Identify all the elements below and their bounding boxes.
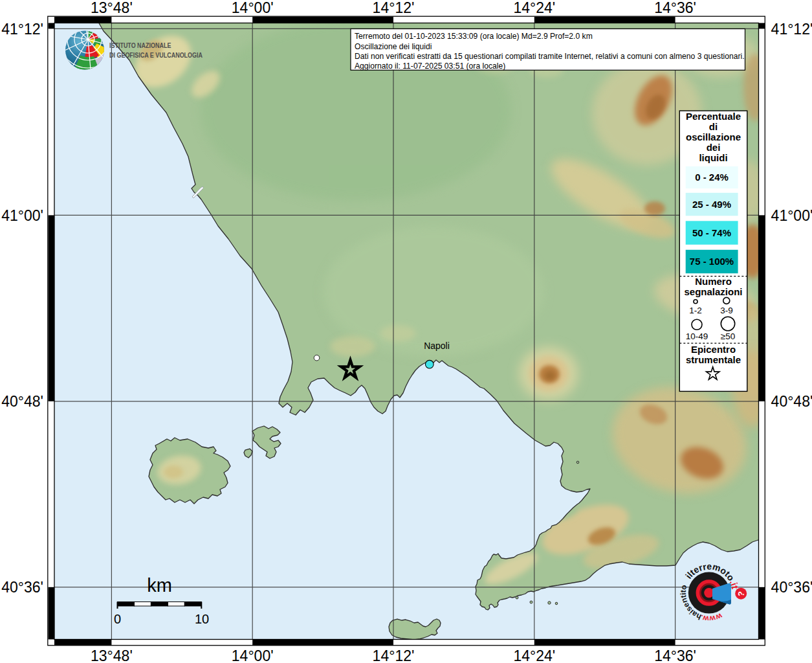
svg-text:Napoli: Napoli	[424, 341, 450, 351]
svg-text:oscillazione: oscillazione	[686, 131, 741, 142]
svg-text:14°36': 14°36'	[654, 647, 696, 663]
svg-text:25 - 49%: 25 - 49%	[692, 199, 731, 210]
svg-text:10: 10	[195, 612, 209, 626]
svg-text:14°00': 14°00'	[232, 0, 274, 16]
svg-text:Percentuale: Percentuale	[686, 111, 741, 122]
svg-text:liquidi: liquidi	[699, 152, 727, 163]
svg-text:40°48': 40°48'	[771, 393, 812, 410]
svg-text:14°00': 14°00'	[232, 647, 274, 663]
svg-text:14°36': 14°36'	[654, 0, 696, 16]
svg-text:10-49: 10-49	[686, 332, 708, 341]
svg-text:40°36': 40°36'	[1, 579, 43, 596]
svg-text:13°48': 13°48'	[91, 647, 133, 663]
svg-text:13°48': 13°48'	[91, 0, 133, 16]
svg-text:di: di	[709, 121, 718, 132]
svg-text:41°00': 41°00'	[771, 207, 812, 224]
svg-text:Terremoto del 01-10-2023 15:33: Terremoto del 01-10-2023 15:33:09 (ora l…	[355, 32, 593, 41]
svg-text:0 - 24%: 0 - 24%	[695, 172, 729, 183]
svg-text:segnalazioni: segnalazioni	[684, 286, 742, 297]
svg-text:strumentale: strumentale	[686, 354, 741, 365]
svg-text:3-9: 3-9	[720, 306, 733, 315]
svg-text:Aggiornato il: 11-07-2025 03:5: Aggiornato il: 11-07-2025 03:51 (ora loc…	[355, 62, 505, 71]
svg-text:Numero: Numero	[695, 276, 732, 287]
svg-text:14°24': 14°24'	[513, 0, 555, 16]
svg-text:50 - 74%: 50 - 74%	[692, 227, 731, 238]
svg-text:Epicentro: Epicentro	[691, 344, 736, 355]
svg-text:41°12': 41°12'	[771, 21, 812, 38]
svg-text:1-2: 1-2	[689, 306, 702, 315]
svg-text:75 - 100%: 75 - 100%	[690, 256, 734, 267]
svg-text:0: 0	[114, 612, 121, 626]
svg-text:41°00': 41°00'	[1, 207, 43, 224]
svg-text:dei: dei	[707, 142, 721, 153]
svg-text:40°36': 40°36'	[771, 579, 812, 596]
svg-text:ISTITUTO NAZIONALE: ISTITUTO NAZIONALE	[109, 41, 171, 49]
svg-text:DI GEOFISICA E VULCANOLOGIA: DI GEOFISICA E VULCANOLOGIA	[109, 51, 203, 58]
svg-text:Dati non verificati estratti d: Dati non verificati estratti da 15 quest…	[355, 52, 745, 61]
svg-text:40°48': 40°48'	[1, 393, 43, 410]
svg-text:14°12': 14°12'	[373, 647, 415, 663]
svg-text:Oscillazione dei liquidi: Oscillazione dei liquidi	[355, 42, 432, 51]
svg-text:14°24': 14°24'	[513, 647, 555, 663]
svg-text:≥50: ≥50	[721, 332, 735, 341]
svg-text:km: km	[147, 575, 172, 596]
svg-text:14°12': 14°12'	[373, 0, 415, 16]
svg-text:41°12': 41°12'	[1, 21, 43, 38]
